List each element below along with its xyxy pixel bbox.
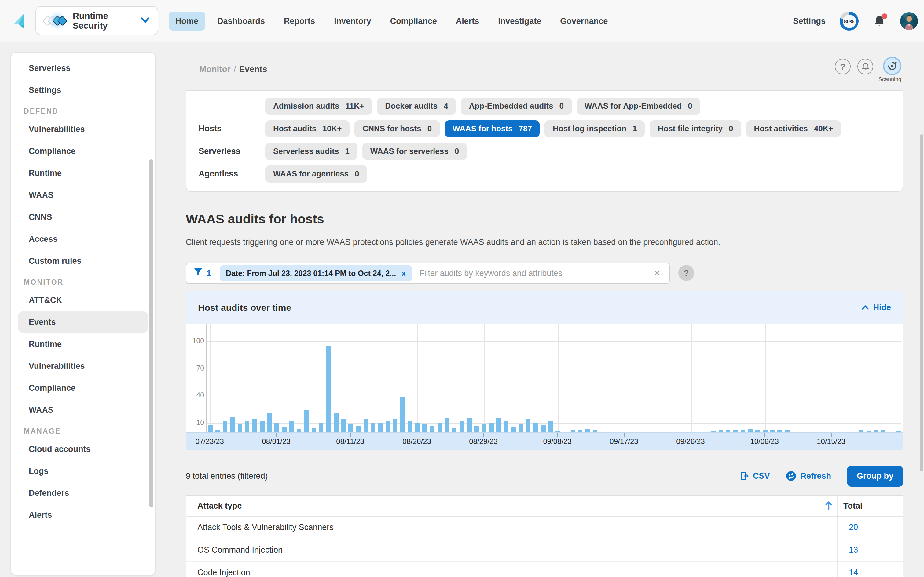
nav-item-alerts[interactable]: Alerts bbox=[449, 11, 486, 31]
sidebar-section-monitor: MONITOR bbox=[11, 272, 155, 289]
sidebar-section-defend: DEFEND bbox=[11, 102, 155, 118]
nav-item-dashboards[interactable]: Dashboards bbox=[210, 11, 271, 31]
cell-attack-type: Attack Tools & Vulnerability Scanners bbox=[197, 523, 334, 532]
chip-label: Host log inspection bbox=[553, 124, 627, 133]
usage-ring[interactable]: 80% bbox=[840, 11, 859, 31]
sidebar-item-waas[interactable]: WAAS bbox=[18, 184, 148, 206]
sidebar-item-events[interactable]: Events bbox=[18, 311, 148, 333]
chart-bar bbox=[267, 413, 271, 432]
cell-total-link[interactable]: 13 bbox=[849, 545, 858, 554]
nav-item-inventory[interactable]: Inventory bbox=[327, 11, 378, 31]
chart-bar bbox=[260, 421, 264, 432]
breadcrumb-separator: / bbox=[231, 64, 239, 74]
filter-chip-cnns-for-hosts[interactable]: CNNS for hosts0 bbox=[355, 120, 440, 137]
sidebar-item-vulnerabilities[interactable]: Vulnerabilities bbox=[18, 355, 148, 377]
sidebar-item-defenders[interactable]: Defenders bbox=[18, 482, 148, 504]
chart-axis-tick bbox=[483, 433, 484, 437]
column-header-total[interactable]: Total bbox=[843, 501, 863, 511]
sidebar-item-att-ck[interactable]: ATT&CK bbox=[18, 289, 148, 311]
nav-item-home[interactable]: Home bbox=[169, 11, 205, 31]
table-row[interactable]: Attack Tools & Vulnerability Scanners20 bbox=[186, 517, 903, 539]
filter-row-label: Agentless bbox=[199, 169, 265, 178]
chart-bar bbox=[437, 423, 442, 432]
chart-bar bbox=[452, 428, 457, 432]
filter-input[interactable]: Filter audits by keywords and attributes bbox=[419, 269, 653, 278]
filter-chip-host-activities[interactable]: Host activities40K+ bbox=[746, 120, 841, 137]
sidebar-item-cnns[interactable]: CNNS bbox=[18, 206, 148, 228]
alerts-bell-icon[interactable] bbox=[858, 59, 873, 74]
date-range-chip[interactable]: Date: From Jul 23, 2023 01:14 PM to Oct … bbox=[220, 265, 412, 282]
filter-chip-serverless-audits[interactable]: Serverless audits1 bbox=[265, 143, 357, 160]
chart-gridline-h bbox=[207, 396, 901, 396]
chart-axis-tick bbox=[276, 433, 277, 437]
filter-chip-host-log-inspection[interactable]: Host log inspection1 bbox=[545, 120, 645, 137]
scanning-status[interactable]: Scanning... bbox=[880, 57, 905, 82]
filter-chip-waas-for-app-embedded[interactable]: WAAS for App-Embedded0 bbox=[577, 97, 700, 114]
group-by-button[interactable]: Group by bbox=[847, 466, 903, 486]
sidebar-item-vulnerabilities[interactable]: Vulnerabilities bbox=[18, 118, 148, 140]
sidebar-item-waas[interactable]: WAAS bbox=[18, 399, 148, 421]
chart-x-tick-label: 08/20/23 bbox=[402, 437, 431, 446]
brand-logo-icon[interactable] bbox=[13, 12, 27, 30]
date-chip-close-icon[interactable]: x bbox=[402, 269, 406, 277]
sidebar-item-custom-rules[interactable]: Custom rules bbox=[18, 250, 148, 272]
page-scrollbar[interactable] bbox=[920, 134, 923, 471]
filter-chip-waas-for-serverless[interactable]: WAAS for serverless0 bbox=[362, 143, 467, 160]
chart-bar bbox=[208, 425, 213, 432]
sort-ascending-icon[interactable] bbox=[824, 501, 833, 513]
chart-bar bbox=[400, 398, 405, 432]
sidebar-item-serverless[interactable]: Serverless bbox=[18, 57, 148, 79]
chart-bar bbox=[326, 346, 331, 432]
sidebar-item-alerts[interactable]: Alerts bbox=[18, 504, 148, 526]
sidebar-item-compliance[interactable]: Compliance bbox=[18, 140, 148, 162]
nav-item-investigate[interactable]: Investigate bbox=[491, 11, 548, 31]
filter-chip-admission-audits[interactable]: Admission audits11K+ bbox=[265, 97, 372, 114]
column-header-attack-type[interactable]: Attack type bbox=[197, 501, 242, 511]
cell-total-link[interactable]: 14 bbox=[849, 568, 858, 577]
sidebar-item-cloud-accounts[interactable]: Cloud accounts bbox=[18, 438, 148, 460]
sidebar-item-access[interactable]: Access bbox=[18, 228, 148, 250]
user-avatar[interactable] bbox=[900, 12, 918, 30]
table-row[interactable]: OS Command Injection13 bbox=[186, 539, 903, 562]
nav-item-governance[interactable]: Governance bbox=[553, 11, 614, 31]
help-icon[interactable]: ? bbox=[835, 59, 851, 74]
filter-clear-icon[interactable]: ✕ bbox=[653, 269, 662, 278]
sidebar-item-compliance[interactable]: Compliance bbox=[18, 377, 148, 399]
chip-count: 1 bbox=[345, 147, 349, 156]
funnel-filter-icon[interactable] bbox=[194, 268, 203, 279]
chart-bar bbox=[467, 417, 472, 432]
chart-y-tick-label: 70 bbox=[187, 364, 204, 372]
nav-item-compliance[interactable]: Compliance bbox=[383, 11, 444, 31]
filter-chip-host-audits[interactable]: Host audits10K+ bbox=[265, 120, 350, 137]
chart-bar bbox=[237, 424, 242, 432]
csv-export-button[interactable]: CSV bbox=[740, 471, 770, 480]
product-selector-dropdown[interactable]: Runtime Security bbox=[36, 6, 158, 35]
filter-help-icon[interactable]: ? bbox=[678, 265, 694, 281]
chart-x-tick-label: 07/23/23 bbox=[195, 437, 224, 446]
sidebar-item-logs[interactable]: Logs bbox=[18, 460, 148, 482]
sidebar-item-runtime[interactable]: Runtime bbox=[18, 163, 148, 184]
table-header: Attack type Total bbox=[186, 496, 903, 517]
chart-bar bbox=[341, 419, 346, 432]
refresh-button[interactable]: Refresh bbox=[785, 471, 831, 481]
page-description: Client requests triggering one or more W… bbox=[186, 237, 720, 247]
sidebar-item-runtime[interactable]: Runtime bbox=[18, 334, 148, 355]
sidebar-item-settings[interactable]: Settings bbox=[18, 79, 148, 101]
filter-chip-app-embedded-audits[interactable]: App-Embedded audits0 bbox=[461, 97, 572, 114]
settings-link[interactable]: Settings bbox=[793, 16, 825, 26]
notifications-bell-icon[interactable] bbox=[873, 15, 886, 28]
cell-total-link[interactable]: 20 bbox=[849, 523, 858, 532]
filter-chip-host-file-integrity[interactable]: Host file integrity0 bbox=[650, 120, 741, 137]
chart-bar bbox=[289, 421, 294, 432]
filter-chip-waas-for-agentless[interactable]: WAAS for agentless0 bbox=[265, 165, 367, 182]
table-row[interactable]: Code Injection14 bbox=[186, 562, 903, 577]
breadcrumb-parent[interactable]: Monitor bbox=[199, 64, 231, 74]
chart-gridline-v bbox=[277, 324, 278, 432]
sidebar-scrollbar[interactable] bbox=[149, 160, 153, 508]
chart-bar bbox=[548, 421, 553, 432]
chart-hide-toggle[interactable]: Hide bbox=[861, 303, 891, 312]
nav-item-reports[interactable]: Reports bbox=[277, 11, 322, 31]
filter-chip-waas-for-hosts[interactable]: WAAS for hosts787 bbox=[444, 120, 540, 137]
filter-chip-docker-audits[interactable]: Docker audits4 bbox=[377, 97, 456, 114]
filter-row-label: Serverless bbox=[199, 147, 265, 156]
